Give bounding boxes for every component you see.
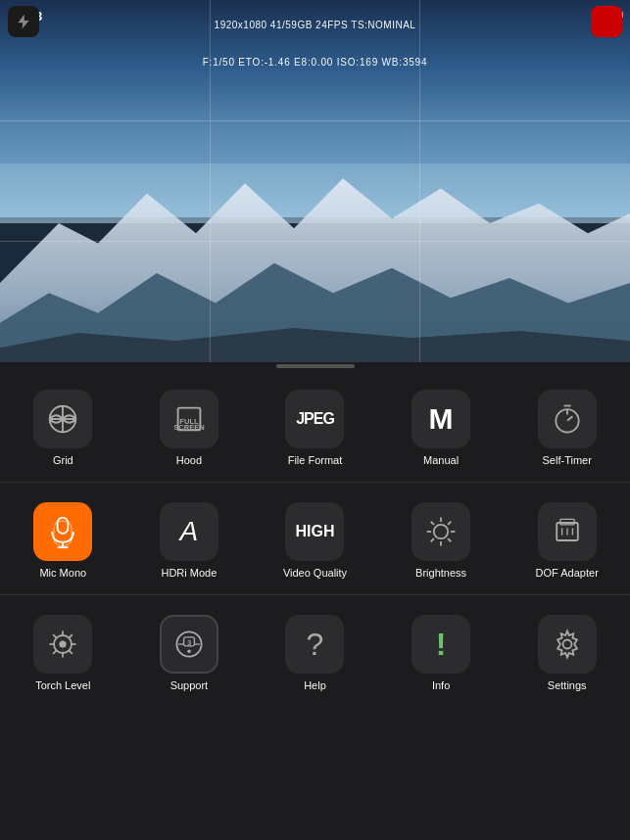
icon-row-1: Grid FULL SCREEN Hood JPEG File For	[0, 370, 630, 483]
torch-level-icon-box	[33, 615, 92, 674]
grid-item[interactable]: Grid	[0, 382, 126, 474]
jpeg-text: JPEG	[296, 410, 334, 428]
torch-level-item[interactable]: Torch Level	[0, 607, 126, 699]
file-format-icon-box: JPEG	[285, 390, 344, 448]
hud-params-line: F:1/50 ETO:-1.46 E8:0.00 ISO:169 WB:3594	[0, 57, 630, 68]
settings-item[interactable]: Settings	[504, 607, 630, 699]
support-icon: 3	[171, 627, 207, 662]
M-text: M	[429, 402, 454, 436]
grid-label: Grid	[53, 454, 73, 466]
svg-line-37	[70, 634, 73, 638]
svg-line-23	[431, 538, 434, 541]
manual-icon-box: M	[412, 390, 470, 448]
help-icon-box: ?	[285, 615, 344, 674]
self-timer-icon-box	[538, 390, 597, 448]
file-format-item[interactable]: JPEG File Format	[252, 382, 378, 474]
help-item[interactable]: ? Help	[252, 607, 378, 699]
svg-line-35	[53, 634, 57, 638]
mic-mono-item[interactable]: Mic Mono	[0, 494, 126, 586]
settings-label: Settings	[548, 679, 587, 691]
hdri-mode-label: HDRi Mode	[161, 567, 217, 579]
grid-icon	[44, 400, 81, 438]
mic-mono-icon	[45, 514, 80, 549]
svg-point-39	[60, 640, 67, 647]
svg-point-42	[187, 649, 191, 653]
svg-text:3: 3	[187, 638, 191, 647]
torch-level-label: Torch Level	[35, 679, 90, 691]
hood-icon-box: FULL SCREEN	[160, 390, 218, 448]
dof-icon	[550, 514, 585, 549]
svg-line-21	[448, 538, 451, 541]
svg-line-38	[53, 650, 57, 654]
support-label: Support	[170, 679, 209, 691]
self-timer-label: Self-Timer	[543, 454, 592, 466]
hdri-mode-icon-box: A	[160, 502, 218, 561]
svg-line-36	[70, 650, 73, 654]
grid-icon-box	[33, 390, 92, 448]
dof-adapter-icon-box	[538, 502, 597, 561]
icon-grid-row3: Torch Level 3 Support	[0, 607, 630, 699]
support-item[interactable]: 3 Support	[126, 607, 253, 699]
camera-viewfinder: 19:53 1920x1080 41/59GB 24FPS TS:NOMINAL…	[0, 0, 630, 362]
icon-row-3: Torch Level 3 Support	[0, 595, 630, 707]
self-timer-item[interactable]: Self-Timer	[504, 382, 630, 474]
drag-handle-bar[interactable]	[0, 362, 630, 370]
icon-grid-row1: Grid FULL SCREEN Hood JPEG File For	[0, 382, 630, 474]
support-icon-box: 3	[160, 615, 218, 674]
video-quality-icon-box: HIGH	[285, 502, 344, 561]
brightness-item[interactable]: Brightness	[378, 494, 505, 586]
fullscreen-icon: FULL SCREEN	[170, 400, 208, 438]
settings-icon	[550, 627, 585, 662]
bottom-panel: Grid FULL SCREEN Hood JPEG File For	[0, 370, 630, 840]
video-quality-label: Video Quality	[283, 567, 347, 579]
icon-grid-row2: Mic Mono A HDRi Mode HIGH Video Quality	[0, 494, 630, 586]
icon-row-2: Mic Mono A HDRi Mode HIGH Video Quality	[0, 483, 630, 595]
info-icon-box: !	[412, 615, 470, 674]
hud-top-line: 1920x1080 41/59GB 24FPS TS:NOMINAL	[0, 20, 630, 30]
svg-line-22	[448, 522, 451, 525]
brightness-icon	[423, 514, 459, 549]
svg-rect-11	[58, 518, 69, 534]
brightness-label: Brightness	[415, 567, 466, 579]
dof-adapter-item[interactable]: DOF Adapter	[504, 494, 630, 586]
timer-icon	[550, 401, 585, 437]
torch-icon	[45, 627, 80, 662]
dof-adapter-label: DOF Adapter	[536, 567, 599, 579]
video-quality-item[interactable]: HIGH Video Quality	[252, 494, 378, 586]
svg-line-9	[567, 416, 572, 421]
info-label: Info	[432, 679, 450, 691]
manual-label: Manual	[423, 454, 459, 466]
svg-line-20	[431, 522, 434, 525]
HIGH-text: HIGH	[295, 523, 334, 540]
svg-rect-25	[559, 519, 573, 524]
svg-point-15	[434, 525, 448, 538]
mic-mono-label: Mic Mono	[39, 567, 86, 579]
settings-icon-box	[538, 615, 597, 674]
hood-item[interactable]: FULL SCREEN Hood	[126, 382, 253, 474]
hood-label: Hood	[176, 454, 202, 466]
info-item[interactable]: ! Info	[378, 607, 505, 699]
file-format-label: File Format	[288, 454, 343, 466]
hdri-mode-item[interactable]: A HDRi Mode	[126, 494, 253, 586]
mic-mono-icon-box	[33, 502, 92, 561]
info-text: !	[436, 627, 447, 663]
svg-text:SCREEN: SCREEN	[173, 423, 205, 432]
help-text: ?	[307, 627, 324, 663]
help-label: Help	[304, 679, 326, 691]
brightness-icon-box	[412, 502, 470, 561]
A-text: A	[180, 516, 199, 547]
manual-item[interactable]: M Manual	[378, 382, 505, 474]
svg-point-46	[562, 640, 571, 649]
